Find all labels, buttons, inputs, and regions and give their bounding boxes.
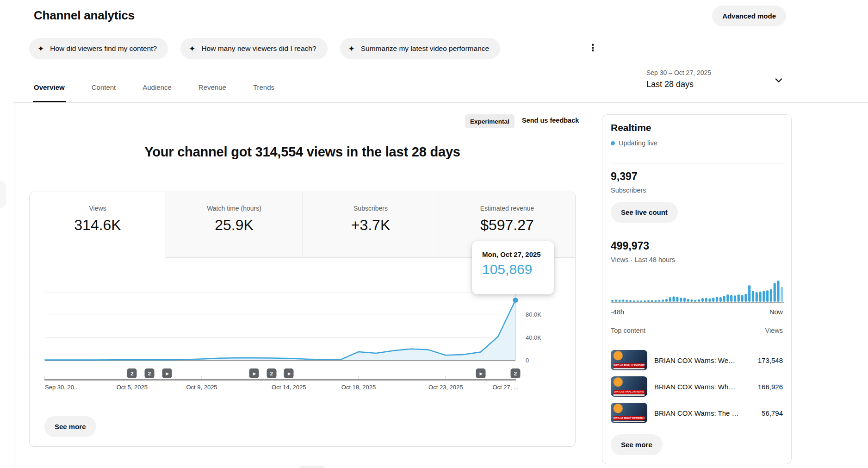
date-range-selector[interactable]: Sep 30 – Oct 27, 2025 Last 28 days [646,69,711,89]
sparkle-icon: ✦ [189,45,195,53]
updating-live-status: Updating live [611,139,657,147]
x-tick-label: Oct 9, 2025 [186,384,217,391]
y-tick-label: 0 [526,357,529,364]
chip-summarize-latest-video[interactable]: ✦ Summarize my latest video performance [340,38,501,59]
overview-analytics-card: Views 314.6K Watch time (hours) 25.9K Su… [29,192,576,447]
live-dot-icon [611,141,615,145]
sparkle-icon: ✦ [348,45,355,53]
chip-label: Summarize my latest video performance [361,44,489,53]
content-left-divider [14,102,14,468]
axis-minus-48h: -48h [611,308,624,316]
metric-card-subscribers[interactable]: Subscribers +3.7K [302,192,439,258]
chip-label: How many new viewers did I reach? [201,44,316,53]
video-marker-play[interactable]: ▶ [476,368,485,378]
analytics-tabs: Overview Content Audience Revenue Trends [34,81,274,102]
realtime-subscribers-count: 9,397 [611,170,638,183]
date-range-preset: Last 28 days [646,80,711,89]
sparkle-icon: ✦ [37,45,44,53]
chevron-down-icon[interactable] [772,73,786,87]
video-thumbnail[interactable]: 3I/ATLAS FINALLY EXPOSED [611,350,647,370]
x-tick-label: Oct 27, ... [492,384,518,391]
video-views: 56,794 [762,409,783,417]
top-content-row[interactable]: 3I/ATLAS FINALLY EXPOSED BRIAN COX Warns… [611,350,783,370]
side-drawer-handle[interactable] [0,181,6,208]
realtime-subscribers-label: Subscribers [611,187,646,194]
video-thumbnail[interactable]: 3I/ATLAS MIGHT REWRITE SCIENCE [611,403,647,423]
chip-how-did-viewers-find[interactable]: ✦ How did viewers find my content? [29,38,168,59]
video-marker-play[interactable]: ▶ [284,368,294,378]
top-content-label: Top content [611,327,645,334]
tabs-divider [14,102,868,103]
views-column-label: Views [765,327,783,334]
realtime-divider [611,163,783,163]
y-tick-label: 40.0K [526,334,541,341]
chart-tooltip: Mon, Oct 27, 2025 105,869 [472,241,554,294]
video-marker-count[interactable]: 2 [511,368,521,378]
realtime-see-more-button[interactable]: See more [611,434,663,455]
thumbnail-caption: 3I/ATLAS FINALLY EXPOSED [614,363,645,368]
chip-new-viewers-reach[interactable]: ✦ How many new viewers did I reach? [180,38,327,59]
tooltip-date: Mon, Oct 27, 2025 [482,250,554,258]
y-tick-label: 80.0K [526,311,541,318]
x-tick-label: Oct 14, 2025 [272,384,306,391]
video-views: 166,926 [758,383,783,391]
metric-value: 25.9K [166,217,302,234]
video-title[interactable]: BRIAN COX Warns: The … [654,409,762,417]
metric-label: Subscribers [303,205,439,212]
video-marker-play[interactable]: ▶ [162,368,172,378]
tab-content[interactable]: Content [92,81,116,102]
x-tick-label: Oct 18, 2025 [341,384,376,391]
tab-revenue[interactable]: Revenue [198,81,226,102]
tooltip-value: 105,869 [482,262,554,277]
video-title[interactable]: BRIAN COX Warns: Wh… [654,383,758,391]
metric-value: +3.7K [303,217,439,234]
metric-label: Views [30,205,166,212]
channel-analytics-page: Channel analytics Advanced mode ✦ How di… [0,0,868,468]
top-content-row[interactable]: 3I/ATLAS MIGHT REWRITE SCIENCE BRIAN COX… [611,403,783,423]
advanced-mode-button[interactable]: Advanced mode [712,6,786,26]
video-views: 173,548 [758,356,783,364]
send-feedback-link[interactable]: Send us feedback [522,117,579,124]
tab-trends[interactable]: Trends [253,81,274,102]
metric-value: 314.6K [30,217,166,234]
x-tick-label: Sep 30, 20... [45,384,79,391]
top-content-list: 3I/ATLAS FINALLY EXPOSED BRIAN COX Warns… [611,350,783,423]
thumbnail-ticker [614,368,645,369]
video-marker-play[interactable]: ▶ [249,368,259,378]
tab-overview[interactable]: Overview [34,81,65,102]
x-tick-label: Oct 5, 2025 [117,384,148,391]
see-live-count-button[interactable]: See live count [611,202,678,223]
thumbnail-ticker [614,394,645,396]
realtime-views-count: 499,973 [611,240,649,252]
thumbnail-ticker [614,421,645,422]
metric-label: Watch time (hours) [166,205,302,212]
metric-value: $597.27 [439,217,575,234]
metric-card-views[interactable]: Views 314.6K [30,192,166,258]
x-tick-label: Oct 23, 2025 [428,384,463,391]
date-range-text: Sep 30 – Oct 27, 2025 [646,69,711,76]
views-headline: Your channel got 314,554 views in the la… [29,144,576,160]
video-thumbnail[interactable]: 3I/ATLAS FINAL 24 HOURS [611,376,647,397]
thumbnail-caption: 3I/ATLAS FINAL 24 HOURS [614,390,645,394]
axis-now: Now [769,308,783,316]
realtime-views-label: Views · Last 48 hours [611,256,675,263]
chip-label: How did viewers find my content? [50,44,157,53]
video-title[interactable]: BRIAN COX Warns: We… [654,356,758,364]
video-marker-count[interactable]: 2 [127,368,137,378]
thumbnail-caption: 3I/ATLAS MIGHT REWRITE SCIENCE [614,416,645,420]
metric-label: Estimated revenue [439,205,575,212]
page-title: Channel analytics [34,8,135,23]
next-section-peek [300,466,324,468]
video-marker-count[interactable]: 2 [267,368,276,378]
tab-audience[interactable]: Audience [143,81,172,102]
more-options-kebab-icon[interactable]: ⋮ [586,39,600,56]
top-content-row[interactable]: 3I/ATLAS FINAL 24 HOURS BRIAN COX Warns:… [611,376,783,397]
realtime-axis-labels: -48h Now [611,308,783,316]
updating-live-label: Updating live [619,139,657,147]
see-more-button[interactable]: See more [44,416,96,437]
experimental-badge: Experimental [465,114,515,128]
realtime-bar-chart [611,271,784,306]
metric-card-watch-time[interactable]: Watch time (hours) 25.9K [166,192,302,258]
video-marker-count[interactable]: 2 [145,368,155,378]
top-content-header: Top content Views [611,327,783,334]
